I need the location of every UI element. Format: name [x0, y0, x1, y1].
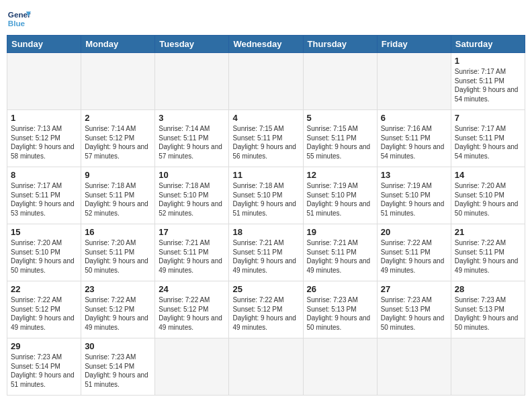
day-info: Sunrise: 7:21 AMSunset: 5:11 PMDaylight:… — [307, 238, 373, 275]
day-number: 27 — [381, 284, 447, 294]
day-cell: 8Sunrise: 7:17 AMSunset: 5:11 PMDaylight… — [7, 167, 81, 224]
day-info: Sunrise: 7:20 AMSunset: 5:10 PMDaylight:… — [11, 238, 77, 275]
day-cell: 11Sunrise: 7:18 AMSunset: 5:10 PMDayligh… — [229, 167, 303, 224]
day-header-monday: Monday — [81, 36, 155, 53]
day-info: Sunrise: 7:21 AMSunset: 5:11 PMDaylight:… — [159, 238, 225, 275]
week-row-3: 8Sunrise: 7:17 AMSunset: 5:11 PMDaylight… — [7, 167, 525, 224]
logo: General Blue — [7, 7, 31, 31]
week-row-6: 29Sunrise: 7:23 AMSunset: 5:14 PMDayligh… — [7, 338, 525, 396]
day-info: Sunrise: 7:13 AMSunset: 5:12 PMDaylight:… — [11, 124, 77, 161]
day-number: 24 — [159, 284, 225, 294]
day-cell — [229, 53, 303, 110]
day-cell — [377, 338, 451, 396]
day-info: Sunrise: 7:22 AMSunset: 5:12 PMDaylight:… — [159, 295, 225, 332]
day-info: Sunrise: 7:23 AMSunset: 5:13 PMDaylight:… — [381, 295, 447, 332]
day-number: 9 — [85, 170, 151, 180]
day-number: 22 — [11, 284, 77, 294]
week-row-2: 1Sunrise: 7:13 AMSunset: 5:12 PMDaylight… — [7, 110, 525, 167]
svg-text:Blue: Blue — [8, 19, 26, 28]
calendar-table: SundayMondayTuesdayWednesdayThursdayFrid… — [7, 35, 525, 396]
day-number: 30 — [85, 341, 151, 351]
day-info: Sunrise: 7:23 AMSunset: 5:13 PMDaylight:… — [455, 295, 521, 332]
day-cell: 16Sunrise: 7:20 AMSunset: 5:11 PMDayligh… — [81, 224, 155, 281]
calendar-body: 1Sunrise: 7:17 AMSunset: 5:11 PMDaylight… — [7, 53, 525, 396]
day-info: Sunrise: 7:17 AMSunset: 5:11 PMDaylight:… — [455, 67, 521, 103]
day-number: 25 — [232, 284, 299, 294]
day-cell: 13Sunrise: 7:19 AMSunset: 5:10 PMDayligh… — [377, 167, 451, 224]
day-cell: 19Sunrise: 7:21 AMSunset: 5:11 PMDayligh… — [303, 224, 377, 281]
day-info: Sunrise: 7:20 AMSunset: 5:10 PMDaylight:… — [455, 181, 521, 218]
day-info: Sunrise: 7:22 AMSunset: 5:11 PMDaylight:… — [455, 238, 521, 275]
day-number: 8 — [11, 170, 77, 180]
week-row-5: 22Sunrise: 7:22 AMSunset: 5:12 PMDayligh… — [7, 281, 525, 338]
day-number: 29 — [11, 341, 77, 351]
day-cell: 21Sunrise: 7:22 AMSunset: 5:11 PMDayligh… — [451, 224, 525, 281]
day-cell: 4Sunrise: 7:15 AMSunset: 5:11 PMDaylight… — [229, 110, 303, 167]
day-cell: 27Sunrise: 7:23 AMSunset: 5:13 PMDayligh… — [377, 281, 451, 338]
day-number: 14 — [455, 170, 521, 180]
day-number: 4 — [232, 113, 299, 123]
day-number: 5 — [307, 113, 373, 123]
day-cell: 26Sunrise: 7:23 AMSunset: 5:13 PMDayligh… — [303, 281, 377, 338]
day-cell: 9Sunrise: 7:18 AMSunset: 5:11 PMDaylight… — [81, 167, 155, 224]
day-number: 12 — [307, 170, 373, 180]
day-info: Sunrise: 7:23 AMSunset: 5:14 PMDaylight:… — [11, 353, 77, 389]
day-info: Sunrise: 7:23 AMSunset: 5:13 PMDaylight:… — [307, 295, 373, 332]
day-cell: 3Sunrise: 7:14 AMSunset: 5:11 PMDaylight… — [155, 110, 229, 167]
day-number: 15 — [11, 227, 77, 237]
day-info: Sunrise: 7:22 AMSunset: 5:12 PMDaylight:… — [85, 295, 151, 332]
day-info: Sunrise: 7:14 AMSunset: 5:11 PMDaylight:… — [159, 124, 225, 161]
day-cell: 23Sunrise: 7:22 AMSunset: 5:12 PMDayligh… — [81, 281, 155, 338]
day-number: 23 — [85, 284, 151, 294]
day-cell: 25Sunrise: 7:22 AMSunset: 5:12 PMDayligh… — [229, 281, 303, 338]
day-number: 18 — [232, 227, 299, 237]
day-cell: 6Sunrise: 7:16 AMSunset: 5:11 PMDaylight… — [377, 110, 451, 167]
day-info: Sunrise: 7:17 AMSunset: 5:11 PMDaylight:… — [455, 124, 521, 161]
day-cell: 14Sunrise: 7:20 AMSunset: 5:10 PMDayligh… — [451, 167, 525, 224]
day-cell: 22Sunrise: 7:22 AMSunset: 5:12 PMDayligh… — [7, 281, 81, 338]
day-cell: 1Sunrise: 7:13 AMSunset: 5:12 PMDaylight… — [7, 110, 81, 167]
day-number: 11 — [232, 170, 299, 180]
day-info: Sunrise: 7:15 AMSunset: 5:11 PMDaylight:… — [307, 124, 373, 161]
day-header-wednesday: Wednesday — [229, 36, 303, 53]
day-cell: 1Sunrise: 7:17 AMSunset: 5:11 PMDaylight… — [451, 53, 525, 110]
day-cell — [155, 338, 229, 396]
day-cell — [377, 53, 451, 110]
day-info: Sunrise: 7:20 AMSunset: 5:11 PMDaylight:… — [85, 238, 151, 275]
day-cell: 29Sunrise: 7:23 AMSunset: 5:14 PMDayligh… — [7, 338, 81, 396]
day-cell: 24Sunrise: 7:22 AMSunset: 5:12 PMDayligh… — [155, 281, 229, 338]
day-info: Sunrise: 7:21 AMSunset: 5:11 PMDaylight:… — [232, 238, 299, 275]
day-cell — [81, 53, 155, 110]
day-cell: 17Sunrise: 7:21 AMSunset: 5:11 PMDayligh… — [155, 224, 229, 281]
day-cell: 30Sunrise: 7:23 AMSunset: 5:14 PMDayligh… — [81, 338, 155, 396]
day-cell — [229, 338, 303, 396]
day-header-saturday: Saturday — [451, 36, 525, 53]
day-number: 7 — [455, 113, 521, 123]
day-info: Sunrise: 7:22 AMSunset: 5:11 PMDaylight:… — [381, 238, 447, 275]
day-header-tuesday: Tuesday — [155, 36, 229, 53]
calendar-header-row: SundayMondayTuesdayWednesdayThursdayFrid… — [7, 36, 525, 53]
day-info: Sunrise: 7:23 AMSunset: 5:14 PMDaylight:… — [85, 353, 151, 389]
day-info: Sunrise: 7:22 AMSunset: 5:12 PMDaylight:… — [232, 295, 299, 332]
day-info: Sunrise: 7:22 AMSunset: 5:12 PMDaylight:… — [11, 295, 77, 332]
day-info: Sunrise: 7:14 AMSunset: 5:12 PMDaylight:… — [85, 124, 151, 161]
day-cell: 5Sunrise: 7:15 AMSunset: 5:11 PMDaylight… — [303, 110, 377, 167]
day-number: 20 — [381, 227, 447, 237]
day-number: 13 — [381, 170, 447, 180]
day-cell — [303, 53, 377, 110]
day-info: Sunrise: 7:18 AMSunset: 5:10 PMDaylight:… — [159, 181, 225, 218]
day-info: Sunrise: 7:16 AMSunset: 5:11 PMDaylight:… — [381, 124, 447, 161]
week-row-1: 1Sunrise: 7:17 AMSunset: 5:11 PMDaylight… — [7, 53, 525, 110]
day-info: Sunrise: 7:15 AMSunset: 5:11 PMDaylight:… — [232, 124, 299, 161]
day-cell — [7, 53, 81, 110]
day-number: 1 — [455, 56, 521, 66]
day-number: 21 — [455, 227, 521, 237]
day-cell: 7Sunrise: 7:17 AMSunset: 5:11 PMDaylight… — [451, 110, 525, 167]
day-cell: 2Sunrise: 7:14 AMSunset: 5:12 PMDaylight… — [81, 110, 155, 167]
logo-icon: General Blue — [7, 7, 31, 31]
day-number: 16 — [85, 227, 151, 237]
day-header-friday: Friday — [377, 36, 451, 53]
svg-text:General: General — [8, 10, 31, 19]
day-header-sunday: Sunday — [7, 36, 81, 53]
day-info: Sunrise: 7:17 AMSunset: 5:11 PMDaylight:… — [11, 181, 77, 218]
